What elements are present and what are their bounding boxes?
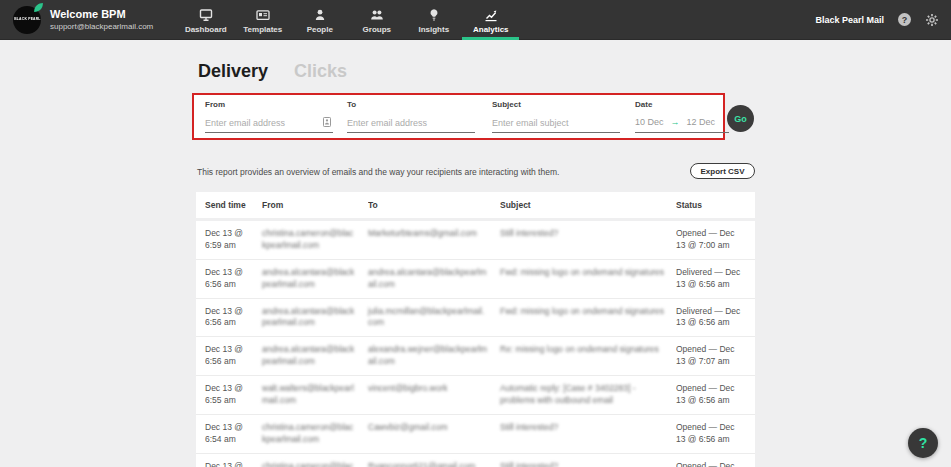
navbar-right: Black Pearl Mail ? [815,13,939,27]
filter-to: To [347,100,475,133]
cell-subject: Still interested? [500,228,676,252]
cell-from: walt.walters@blackpearlmail.com [262,383,368,407]
table-header-row: Send time From To Subject Status [196,192,755,218]
table-row: Dec 13 @ 6:54 am christina.cameron@black… [196,454,755,467]
cell-to: Ryanconnor621@gmail.com [368,461,500,467]
filter-subject: Subject [492,100,620,133]
cell-to: Marketurbteams@gmail.com [368,228,500,252]
dashboard-monitor-icon [199,8,213,22]
cell-to: alexandra.wejner@blackpearlmail.com [368,344,500,368]
cell-status: Opened — Dec 13 @ 6:56 am [676,422,755,446]
cell-send-time: Dec 13 @ 6:54 am [205,461,262,467]
cell-subject: Still interested? [500,422,676,446]
welcome-title: Welcome BPM [50,8,153,20]
nav-tab-label: Insights [418,25,449,34]
subject-input[interactable] [492,115,620,133]
welcome-block: Welcome BPM support@blackpearlmail.com [50,8,153,31]
brand-logo-text: BLACK PEARL [14,18,40,22]
cell-status: Delivered — Dec 13 @ 6:56 am [676,267,755,291]
help-fab-button[interactable]: ? [908,428,938,458]
cell-from: christina.cameron@blackpearlmail.com [262,228,368,252]
cell-to: andrea.alcantara@blackpearlmail.com [368,267,500,291]
filter-bar: From To Subject Date 10 Dec → 12 Dec [192,93,725,140]
nav-tab-analytics[interactable]: Analytics [462,0,519,40]
nav-tab-dashboard[interactable]: Dashboard [177,0,234,40]
table-row: Dec 13 @ 6:56 am andrea.alcantara@blackp… [196,299,755,338]
tab-clicks[interactable]: Clicks [294,61,347,82]
filter-from: From [205,100,333,133]
cell-status: Opened — Dec 13 @ 7:00 am [676,228,755,252]
cell-to: vincent@bigbro.work [368,383,500,407]
cell-subject: Still interested? [500,461,676,467]
cell-send-time: Dec 13 @ 6:56 am [205,267,262,291]
to-input[interactable] [347,115,475,133]
gear-icon[interactable] [925,13,939,27]
cell-from: andrea.alcantara@blackpearlmail.com [262,306,368,330]
help-icon[interactable]: ? [898,13,911,26]
nav-tab-label: Templates [243,25,282,34]
email-report-table: Send time From To Subject Status Dec 13 … [196,192,755,467]
header-from: From [262,200,368,210]
header-subject: Subject [500,200,676,210]
nav-tab-label: Dashboard [185,25,227,34]
table-row: Dec 13 @ 6:55 am walt.walters@blackpearl… [196,376,755,415]
chart-icon [484,8,498,22]
nav-tab-people[interactable]: People [291,0,348,40]
cell-status: Opened — Dec 13 @ 7:07 am [676,344,755,368]
cell-subject: Re: missing logo on ondemand signatures [500,344,676,368]
table-row: Dec 13 @ 6:56 am andrea.alcantara@blackp… [196,260,755,299]
nav-tab-insights[interactable]: Insights [405,0,462,40]
date-range-picker[interactable]: 10 Dec → 12 Dec [635,114,729,133]
report-tabs: Delivery Clicks [198,61,347,82]
from-label: From [205,100,333,109]
header-to: To [368,200,500,210]
cell-subject: Automatic reply: [Case # 3402283] - prob… [500,383,676,407]
arrow-right-icon: → [671,117,680,127]
contact-book-icon[interactable] [323,117,331,127]
cell-status: Opened — Dec 13 @ 6:55 am [676,461,755,467]
cell-subject: Fwd: missing logo on ondemand signatures [500,267,676,291]
cell-from: christina.cameron@blackpearlmail.com [262,461,368,467]
header-send-time: Send time [205,200,262,210]
filter-date: Date 10 Dec → 12 Dec [635,100,729,133]
cell-to: Cawvbiz@gmail.com [368,422,500,446]
date-label: Date [635,100,729,109]
date-start: 10 Dec [635,117,664,127]
cell-to: julia.mcmillan@blackpearlmail.com [368,306,500,330]
report-description: This report provides an overview of emai… [197,167,559,177]
top-navbar: BLACK PEARL Welcome BPM support@blackpea… [0,0,951,40]
table-row: Dec 13 @ 6:54 am christina.cameron@black… [196,415,755,454]
table-row: Dec 13 @ 6:56 am andrea.alcantara@blackp… [196,337,755,376]
nav-tab-templates[interactable]: Templates [234,0,291,40]
subject-label: Subject [492,100,620,109]
person-icon [313,8,327,22]
nav-tab-label: Analytics [473,25,509,34]
tab-delivery[interactable]: Delivery [198,61,268,82]
brand-logo: BLACK PEARL [13,6,41,34]
cell-subject: Fwd: missing logo on ondemand signatures [500,306,676,330]
cell-send-time: Dec 13 @ 6:54 am [205,422,262,446]
date-end: 12 Dec [687,117,716,127]
cell-send-time: Dec 13 @ 6:56 am [205,306,262,330]
cell-send-time: Dec 13 @ 6:55 am [205,383,262,407]
cell-from: andrea.alcantara@blackpearlmail.com [262,344,368,368]
header-status: Status [676,200,755,210]
cell-status: Delivered — Dec 13 @ 6:56 am [676,306,755,330]
go-button[interactable]: Go [727,105,754,132]
to-label: To [347,100,475,109]
nav-tab-label: People [307,25,333,34]
cell-send-time: Dec 13 @ 6:56 am [205,344,262,368]
cell-from: andrea.alcantara@blackpearlmail.com [262,267,368,291]
export-csv-button[interactable]: Export CSV [690,163,755,179]
from-input[interactable] [205,115,333,133]
lightbulb-icon [427,8,441,22]
nav-tab-label: Groups [363,25,391,34]
template-card-icon [256,8,270,22]
account-email: support@blackpearlmail.com [50,22,153,31]
group-icon [370,8,384,22]
main-navigation: Dashboard Templates People Groups Insigh… [177,0,519,40]
account-name: Black Pearl Mail [815,15,884,25]
leaf-icon [33,2,44,13]
table-row: Dec 13 @ 6:59 am christina.cameron@black… [196,221,755,260]
nav-tab-groups[interactable]: Groups [348,0,405,40]
